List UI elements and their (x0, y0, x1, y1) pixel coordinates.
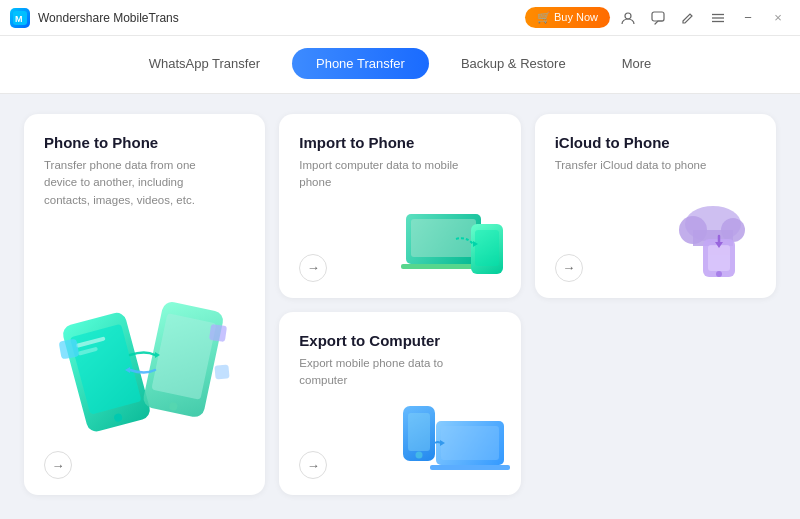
card-icloud-to-phone[interactable]: iCloud to Phone Transfer iCloud data to … (535, 114, 776, 298)
title-bar: M Wondershare MobileTrans 🛒 Buy Now − × (0, 0, 800, 36)
app-title-text: Wondershare MobileTrans (38, 11, 179, 25)
buy-now-button[interactable]: 🛒 Buy Now (525, 7, 610, 28)
tab-more[interactable]: More (598, 48, 676, 79)
card-icloud-arrow[interactable]: → (555, 254, 583, 282)
svg-rect-3 (652, 12, 664, 21)
user-button[interactable] (616, 6, 640, 30)
card-import-title: Import to Phone (299, 134, 500, 151)
card-export-desc: Export mobile phone data to computer (299, 355, 459, 390)
svg-rect-18 (209, 324, 227, 342)
edit-button[interactable] (676, 6, 700, 30)
empty-cell (535, 312, 776, 496)
svg-rect-31 (708, 245, 730, 271)
chat-button[interactable] (646, 6, 670, 30)
app-icon: M (10, 8, 30, 28)
tab-whatsapp-transfer[interactable]: WhatsApp Transfer (125, 48, 284, 79)
svg-rect-35 (408, 413, 430, 451)
card-icloud-title: iCloud to Phone (555, 134, 756, 151)
card-export-to-computer[interactable]: Export to Computer Export mobile phone d… (279, 312, 520, 496)
card-icloud-desc: Transfer iCloud data to phone (555, 157, 715, 174)
card-export-arrow[interactable]: → (299, 451, 327, 479)
card-import-desc: Import computer data to mobile phone (299, 157, 459, 192)
card-export-title: Export to Computer (299, 332, 500, 349)
svg-rect-17 (58, 339, 79, 360)
tab-phone-transfer[interactable]: Phone Transfer (292, 48, 429, 79)
card-import-arrow[interactable]: → (299, 254, 327, 282)
card-import-to-phone[interactable]: Import to Phone Import computer data to … (279, 114, 520, 298)
title-bar-left: M Wondershare MobileTrans (10, 8, 179, 28)
close-button[interactable]: × (766, 6, 790, 30)
svg-point-32 (716, 271, 722, 277)
svg-rect-19 (214, 364, 229, 379)
svg-rect-38 (441, 426, 499, 460)
minimize-button[interactable]: − (736, 6, 760, 30)
card-phone-to-phone-title: Phone to Phone (44, 134, 245, 151)
menu-button[interactable] (706, 6, 730, 30)
card-phone-to-phone[interactable]: Phone to Phone Transfer phone data from … (24, 114, 265, 495)
svg-point-36 (415, 452, 422, 459)
svg-rect-39 (430, 465, 510, 470)
svg-point-2 (625, 13, 631, 19)
card-phone-to-phone-arrow[interactable]: → (44, 451, 72, 479)
tab-backup-restore[interactable]: Backup & Restore (437, 48, 590, 79)
nav-bar: WhatsApp Transfer Phone Transfer Backup … (0, 36, 800, 94)
svg-rect-21 (411, 219, 476, 257)
card-phone-to-phone-desc: Transfer phone data from one device to a… (44, 157, 204, 209)
svg-text:M: M (15, 14, 23, 24)
title-bar-right: 🛒 Buy Now − × (525, 6, 790, 30)
main-content: Phone to Phone Transfer phone data from … (0, 94, 800, 515)
svg-rect-24 (475, 230, 499, 266)
